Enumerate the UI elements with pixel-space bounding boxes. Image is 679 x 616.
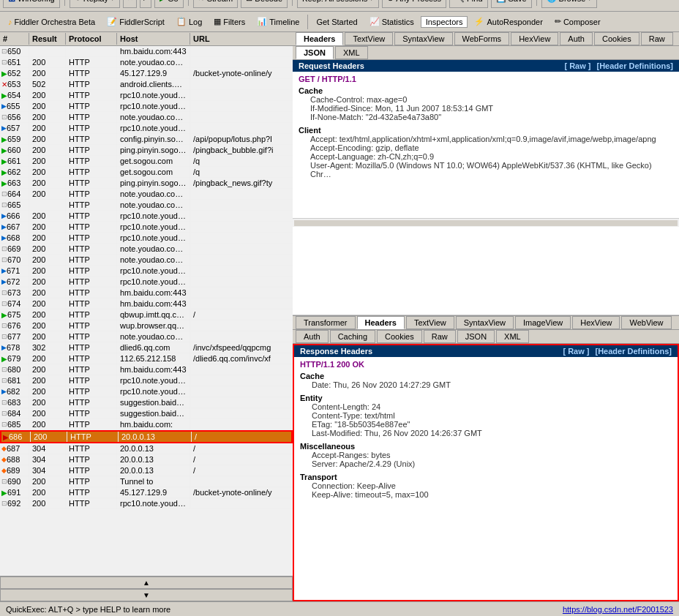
table-row[interactable]: ▶668 200 HTTP rpc10.note.youdao.co	[0, 233, 293, 244]
table-row[interactable]: ⊡656 200 HTTP note.youdao.com:443	[0, 112, 293, 123]
resp-tab-json[interactable]: JSON	[457, 330, 495, 343]
tab-syntaxview[interactable]: SyntaxView	[394, 32, 452, 45]
table-row[interactable]: ▶663 200 HTTP ping.pinyin.sogou.com /pin…	[0, 178, 293, 189]
table-row[interactable]: ▶661 200 HTTP get.sogou.com /q	[0, 156, 293, 167]
table-row[interactable]: ◆688 304 HTTP 20.0.0.13 /	[0, 454, 293, 465]
status-right[interactable]: https://blog.csdn.net/F2001523	[563, 605, 673, 614]
table-row[interactable]: ▶666 200 HTTP rpc10.note.youdao.co	[0, 211, 293, 222]
tab-headers[interactable]: Headers	[296, 32, 343, 45]
table-row[interactable]: ▶691 200 HTTP 45.127.129.9 /bucket-ynote…	[0, 487, 293, 498]
tab-json[interactable]: JSON	[296, 46, 334, 59]
table-row[interactable]: ▶679 200 HTTP 112.65.212.158 /dlied6.qq.…	[0, 353, 293, 364]
table-row[interactable]: ▶667 200 HTTP rpc10.note.youdao.co	[0, 222, 293, 233]
col-header-id[interactable]: #	[0, 33, 29, 45]
table-row[interactable]: ✕653 502 HTTP android.clients.google.	[0, 79, 293, 90]
get-started-button[interactable]: Get Started	[311, 16, 362, 28]
table-row[interactable]: ▶678 302 HTTP dlied6.qq.com /invc/xfspee…	[0, 342, 293, 353]
table-row[interactable]: ⊡651 200 HTTP note.youdao.com:443	[0, 57, 293, 68]
table-row[interactable]: ▶659 200 HTTP config.pinyin.sogou... /ap…	[0, 134, 293, 145]
autoresponder-button[interactable]: ⚡ AutoResponder	[469, 15, 547, 28]
table-row[interactable]: ⊡665 HTTP note.youdao.com:443	[0, 200, 293, 211]
fiddlerscript-button[interactable]: 📝 FiddlerScript	[102, 15, 170, 28]
resp-tab-syntaxview[interactable]: SyntaxView	[456, 316, 514, 329]
table-row[interactable]: ▶657 200 HTTP rpc10.note.youdao.co	[0, 123, 293, 134]
table-row[interactable]: ⊡684 200 HTTP suggestion.baidu.com:	[0, 408, 293, 419]
orchestra-button[interactable]: ♪ Fiddler Orchestra Beta	[3, 16, 100, 28]
resp-tab-imageview[interactable]: ImageView	[515, 316, 571, 329]
table-row[interactable]: ▶660 200 HTTP ping.pinyin.sogou.com /pin…	[0, 145, 293, 156]
tab-hexview[interactable]: HexView	[511, 32, 558, 45]
resp-tab-xml[interactable]: XML	[496, 330, 529, 343]
table-row[interactable]: ⊡685 200 HTTP hm.baidu.com:	[0, 419, 293, 430]
browse-button[interactable]: 🌐 Browse ▾	[541, 0, 598, 8]
table-row[interactable]: ⊡681 200 HTTP rpc10.note.youdao.co	[0, 375, 293, 386]
h-scrollbar[interactable]	[293, 218, 679, 227]
col-header-protocol[interactable]: Protocol	[66, 33, 117, 45]
tab-raw[interactable]: Raw	[641, 32, 673, 45]
col-header-host[interactable]: Host	[117, 33, 190, 45]
col-header-url[interactable]: URL	[190, 33, 293, 45]
resp-raw-link[interactable]: [ Raw ]	[563, 347, 589, 356]
table-row[interactable]: ▶672 200 HTTP rpc10.note.youdao.co	[0, 277, 293, 288]
inspectors-button[interactable]: Inspectors	[421, 16, 468, 28]
resp-tab-webview[interactable]: WebView	[621, 316, 671, 329]
resp-header-definitions-link[interactable]: [Header Definitions]	[595, 347, 672, 356]
header-definitions-link[interactable]: [Header Definitions]	[596, 61, 673, 70]
stream-button[interactable]: ≋ Stream	[193, 0, 238, 8]
arrow-button[interactable]: ▸	[140, 0, 151, 8]
resp-tab-hexview[interactable]: HexView	[572, 316, 620, 329]
raw-link[interactable]: [ Raw ]	[564, 61, 590, 70]
table-row[interactable]: ▶671 200 HTTP rpc10.note.youdao.co	[0, 266, 293, 277]
table-row[interactable]: ⊡670 200 HTTP note.youdao.com:443	[0, 255, 293, 266]
timeline-button[interactable]: 📊 Timeline	[252, 15, 304, 28]
table-row[interactable]: ⊡676 200 HTTP wup.browser.qq.com:	[0, 320, 293, 331]
resp-tab-caching[interactable]: Caching	[330, 330, 375, 343]
table-row[interactable]: ⊡680 200 HTTP hm.baidu.com:443	[0, 364, 293, 375]
tab-auth[interactable]: Auth	[560, 32, 593, 45]
col-header-result[interactable]: Result	[29, 33, 66, 45]
table-row[interactable]: ⊡669 200 HTTP note.youdao.com:443	[0, 244, 293, 255]
statistics-button[interactable]: 📈 Statistics	[364, 15, 419, 28]
tab-webforms[interactable]: WebForms	[454, 32, 510, 45]
find-button[interactable]: 🔍 Find	[449, 0, 487, 8]
resp-tab-cookies[interactable]: Cookies	[377, 330, 422, 343]
scroll-down[interactable]: ▼	[0, 589, 293, 601]
table-row[interactable]: ⊡690 200 HTTP Tunnel to	[0, 476, 293, 487]
table-row[interactable]: ▶662 200 HTTP get.sogou.com /q	[0, 167, 293, 178]
filters-button[interactable]: ▦ Filters	[209, 15, 250, 28]
table-row[interactable]: ◆689 304 HTTP 20.0.0.13 /	[0, 465, 293, 476]
table-row[interactable]: ▶675 200 HTTP qbwup.imtt.qq.com /	[0, 309, 293, 320]
table-row[interactable]: ◆687 304 HTTP 20.0.0.13 /	[0, 443, 293, 454]
table-row[interactable]: ▶655 200 HTTP rpc10.note.youdao.co	[0, 101, 293, 112]
table-row[interactable]: ▶686 200 HTTP 20.0.0.13 /	[0, 430, 293, 443]
table-row[interactable]: ⊡692 200 HTTP rpc10.note.youdao.co	[0, 498, 293, 509]
table-row[interactable]: ⊡683 200 HTTP suggestion.baidu.com:	[0, 397, 293, 408]
x-button[interactable]: ✕	[123, 0, 137, 8]
log-button[interactable]: 📋 Log	[171, 15, 207, 28]
keep-button[interactable]: Keep: All sessions ▾	[297, 0, 379, 8]
scroll-up[interactable]: ▲	[0, 576, 293, 589]
table-row[interactable]: ⊡674 200 HTTP hm.baidu.com:443	[0, 298, 293, 309]
any-process-button[interactable]: ⊕ Any Process	[382, 0, 446, 8]
table-scroll[interactable]: ⊡650 hm.baidu.com:443 ⊡651 200 HTTP note…	[0, 46, 293, 576]
table-row[interactable]: ⊡673 200 HTTP hm.baidu.com:443	[0, 288, 293, 298]
winconfig-button[interactable]: ⊞ WinConfig	[3, 0, 60, 8]
table-row[interactable]: ⊡677 200 HTTP note.youdao.com:443	[0, 331, 293, 342]
save-button[interactable]: 💾 Save	[491, 0, 532, 8]
table-row[interactable]: ▶652 200 HTTP 45.127.129.9 /bucket-ynote…	[0, 68, 293, 79]
resp-tab-transformer[interactable]: Transformer	[296, 316, 356, 329]
table-row[interactable]: ▶654 200 HTTP rpc10.note.youdao.co	[0, 90, 293, 101]
table-row[interactable]: ▶682 200 HTTP rpc10.note.youdao.co	[0, 386, 293, 397]
go-button[interactable]: ▶ Go	[154, 0, 184, 8]
decode-button[interactable]: ⊡ Decode	[241, 0, 288, 8]
replay-button[interactable]: ↺ Replay ▾	[70, 0, 120, 8]
composer-button[interactable]: ✏ Composer	[549, 15, 606, 28]
resp-tab-headers[interactable]: Headers	[357, 316, 405, 329]
resp-tab-raw[interactable]: Raw	[424, 330, 456, 343]
resp-tab-textview[interactable]: TextView	[406, 316, 454, 329]
tab-cookies[interactable]: Cookies	[594, 32, 639, 45]
table-row[interactable]: ⊡664 200 HTTP note.youdao.com:443	[0, 189, 293, 200]
resp-tab-auth[interactable]: Auth	[296, 330, 329, 343]
table-row[interactable]: ⊡650 hm.baidu.com:443	[0, 46, 293, 57]
tab-textview[interactable]: TextView	[345, 32, 393, 45]
